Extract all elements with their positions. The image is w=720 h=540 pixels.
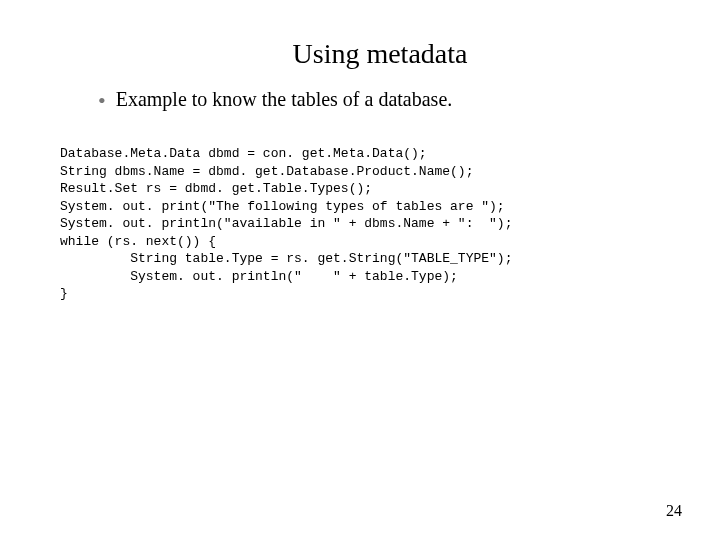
code-block: Database.Meta.Data dbmd = con. get.Meta.… [60,145,720,303]
bullet-icon: • [98,91,106,111]
page-number: 24 [666,502,682,520]
bullet-item: • Example to know the tables of a databa… [98,88,720,111]
bullet-text: Example to know the tables of a database… [116,88,453,111]
slide-title: Using metadata [100,38,660,70]
